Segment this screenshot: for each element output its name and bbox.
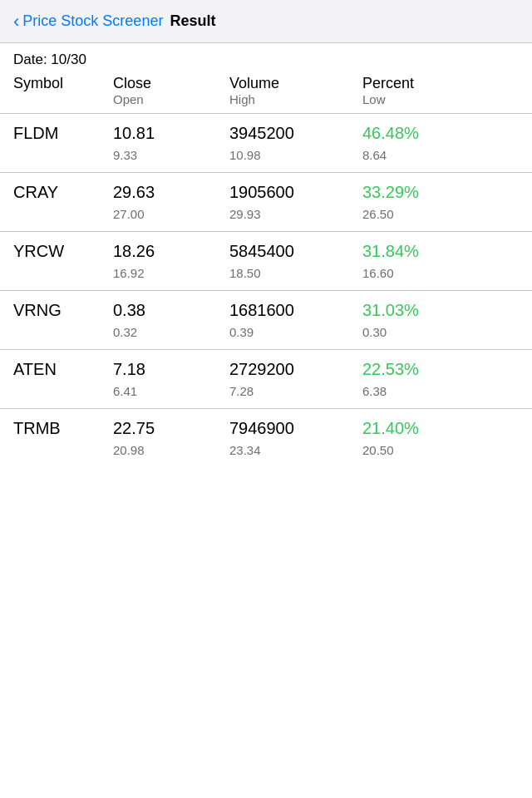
open-value: 27.00 — [113, 207, 229, 221]
header-volume: Volume High — [229, 71, 362, 113]
cell-symbol: CRAY — [13, 183, 113, 221]
table-row[interactable]: CRAY 29.63 27.00 1905600 29.93 33.29% 26… — [0, 172, 532, 231]
cell-symbol: TRMB — [13, 419, 113, 457]
date-label: Date: 10/30 — [13, 52, 86, 67]
chevron-left-icon: ‹ — [13, 12, 19, 31]
cell-percent: 31.03% 0.30 — [362, 301, 512, 339]
header-close-main: Close — [113, 71, 229, 92]
header-volume-sub: High — [229, 92, 362, 113]
open-value: 6.41 — [113, 384, 229, 398]
open-value: 20.98 — [113, 443, 229, 457]
symbol-value: ATEN — [13, 360, 113, 379]
cell-volume: 7946900 23.34 — [229, 419, 362, 457]
cell-volume: 1681600 0.39 — [229, 301, 362, 339]
percent-value: 46.48% — [362, 124, 512, 143]
high-value: 29.93 — [229, 207, 362, 221]
cell-volume: 5845400 18.50 — [229, 242, 362, 280]
stock-rows: FLDM 10.81 9.33 3945200 10.98 46.48% 8.6… — [0, 113, 532, 467]
volume-value: 1905600 — [229, 183, 362, 202]
cell-symbol: FLDM — [13, 124, 113, 162]
table-row[interactable]: YRCW 18.26 16.92 5845400 18.50 31.84% 16… — [0, 231, 532, 290]
close-value: 29.63 — [113, 183, 229, 202]
table-row[interactable]: FLDM 10.81 9.33 3945200 10.98 46.48% 8.6… — [0, 113, 532, 172]
low-value: 0.30 — [362, 325, 512, 339]
volume-value: 5845400 — [229, 242, 362, 261]
cell-percent: 31.84% 16.60 — [362, 242, 512, 280]
high-value: 7.28 — [229, 384, 362, 398]
back-label: Price Stock Screener — [22, 12, 163, 30]
header-close-sub: Open — [113, 92, 229, 113]
low-value: 20.50 — [362, 443, 512, 457]
volume-value: 1681600 — [229, 301, 362, 320]
symbol-sub — [13, 207, 113, 221]
symbol-sub — [13, 148, 113, 162]
high-value: 23.34 — [229, 443, 362, 457]
cell-percent: 21.40% 20.50 — [362, 419, 512, 457]
cell-symbol: VRNG — [13, 301, 113, 339]
percent-value: 31.03% — [362, 301, 512, 320]
symbol-sub — [13, 443, 113, 457]
percent-value: 33.29% — [362, 183, 512, 202]
table-header: Symbol Close Open Volume High Percent Lo… — [0, 71, 532, 113]
volume-value: 7946900 — [229, 419, 362, 438]
back-button[interactable]: ‹ Price Stock Screener — [13, 12, 163, 31]
cell-percent: 33.29% 26.50 — [362, 183, 512, 221]
percent-value: 31.84% — [362, 242, 512, 261]
cell-close: 10.81 9.33 — [113, 124, 229, 162]
low-value: 16.60 — [362, 266, 512, 280]
cell-symbol: YRCW — [13, 242, 113, 280]
open-value: 9.33 — [113, 148, 229, 162]
header-percent-sub: Low — [362, 92, 512, 113]
low-value: 26.50 — [362, 207, 512, 221]
header-percent: Percent Low — [362, 71, 512, 113]
nav-bar: ‹ Price Stock Screener Result — [0, 0, 532, 43]
close-value: 18.26 — [113, 242, 229, 261]
symbol-sub — [13, 384, 113, 398]
header-symbol-sub — [13, 92, 113, 113]
close-value: 22.75 — [113, 419, 229, 438]
low-value: 6.38 — [362, 384, 512, 398]
close-value: 0.38 — [113, 301, 229, 320]
header-close: Close Open — [113, 71, 229, 113]
volume-value: 2729200 — [229, 360, 362, 379]
high-value: 0.39 — [229, 325, 362, 339]
cell-symbol: ATEN — [13, 360, 113, 398]
low-value: 8.64 — [362, 148, 512, 162]
cell-volume: 2729200 7.28 — [229, 360, 362, 398]
header-percent-main: Percent — [362, 71, 512, 92]
symbol-sub — [13, 325, 113, 339]
cell-percent: 22.53% 6.38 — [362, 360, 512, 398]
header-symbol: Symbol — [13, 71, 113, 113]
percent-value: 22.53% — [362, 360, 512, 379]
date-row: Date: 10/30 — [0, 43, 532, 71]
high-value: 10.98 — [229, 148, 362, 162]
table-row[interactable]: TRMB 22.75 20.98 7946900 23.34 21.40% 20… — [0, 408, 532, 467]
cell-close: 0.38 0.32 — [113, 301, 229, 339]
cell-close: 18.26 16.92 — [113, 242, 229, 280]
symbol-sub — [13, 266, 113, 280]
table-row[interactable]: VRNG 0.38 0.32 1681600 0.39 31.03% 0.30 — [0, 290, 532, 349]
cell-volume: 1905600 29.93 — [229, 183, 362, 221]
open-value: 0.32 — [113, 325, 229, 339]
header-volume-main: Volume — [229, 71, 362, 92]
symbol-value: YRCW — [13, 242, 113, 261]
cell-close: 29.63 27.00 — [113, 183, 229, 221]
symbol-value: VRNG — [13, 301, 113, 320]
open-value: 16.92 — [113, 266, 229, 280]
symbol-value: TRMB — [13, 419, 113, 438]
table-row[interactable]: ATEN 7.18 6.41 2729200 7.28 22.53% 6.38 — [0, 349, 532, 408]
stock-table: Date: 10/30 Symbol Close Open Volume Hig… — [0, 43, 532, 467]
volume-value: 3945200 — [229, 124, 362, 143]
page-title: Result — [170, 12, 215, 30]
cell-percent: 46.48% 8.64 — [362, 124, 512, 162]
symbol-value: CRAY — [13, 183, 113, 202]
header-symbol-main: Symbol — [13, 71, 113, 92]
close-value: 10.81 — [113, 124, 229, 143]
high-value: 18.50 — [229, 266, 362, 280]
cell-close: 7.18 6.41 — [113, 360, 229, 398]
cell-volume: 3945200 10.98 — [229, 124, 362, 162]
percent-value: 21.40% — [362, 419, 512, 438]
symbol-value: FLDM — [13, 124, 113, 143]
close-value: 7.18 — [113, 360, 229, 379]
cell-close: 22.75 20.98 — [113, 419, 229, 457]
